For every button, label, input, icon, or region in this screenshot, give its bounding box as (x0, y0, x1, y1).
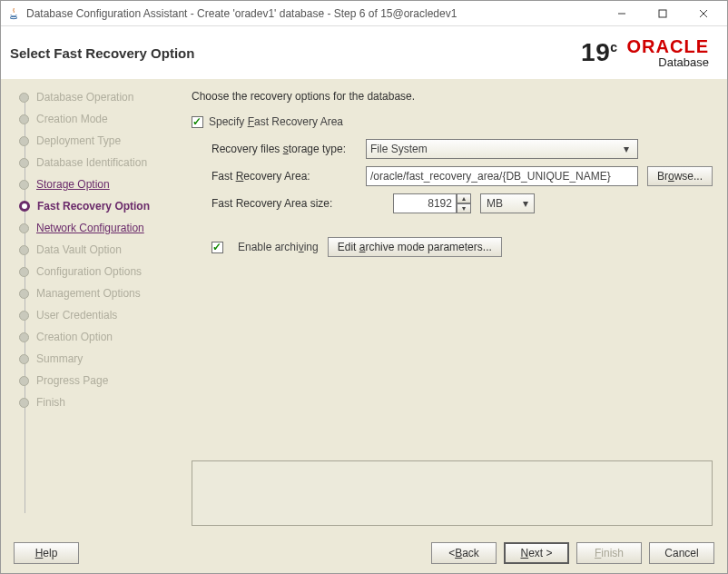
step-finish: Finish (10, 391, 177, 413)
step-label: Management Options (36, 287, 141, 300)
step-dot-icon (19, 201, 30, 212)
step-dot-icon (19, 267, 29, 277)
specify-fra-row: ✓ Specify Fast Recovery Area (192, 115, 713, 128)
step-label: Creation Mode (36, 113, 108, 125)
oracle-logo-text: ORACLE (627, 37, 709, 56)
step-storage-option[interactable]: Storage Option (10, 173, 177, 195)
step-label: Summary (36, 352, 83, 365)
svg-point-0 (10, 16, 17, 18)
storage-type-value: File System (370, 143, 428, 155)
step-label: Fast Recovery Option (37, 200, 150, 213)
enable-archiving-label: Enable archiving (238, 241, 319, 253)
minimize-button[interactable] (601, 2, 642, 25)
edit-archive-params-button[interactable]: Edit archive mode parameters... (328, 237, 502, 257)
step-fast-recovery-option[interactable]: Fast Recovery Option (10, 195, 177, 217)
step-dot-icon (19, 158, 29, 168)
step-database-identification: Database Identification (10, 152, 177, 173)
spinner-up-button[interactable]: ▴ (457, 193, 471, 203)
fra-path-label: Fast Recovery Area: (212, 170, 366, 183)
step-user-credentials: User Credentials (10, 304, 177, 326)
cancel-button[interactable]: Cancel (649, 542, 714, 564)
step-label: Database Operation (36, 91, 133, 104)
step-creation-option: Creation Option (10, 326, 177, 348)
check-icon: ✓ (192, 116, 202, 127)
back-button[interactable]: < Back (431, 542, 497, 564)
oracle-brand: 19c ORACLE Database (581, 37, 709, 69)
step-label: Storage Option (36, 178, 110, 191)
step-label: Network Configuration (36, 222, 144, 234)
window-controls (601, 2, 723, 25)
enable-archiving-checkbox[interactable]: ✓ (212, 242, 223, 253)
step-label: Finish (36, 396, 65, 409)
app-window: Database Configuration Assistant - Creat… (0, 0, 728, 574)
chevron-down-icon: ▾ (523, 197, 528, 210)
storage-type-label: Recovery files storage type: (212, 143, 366, 155)
finish-button: Finish (576, 542, 642, 564)
step-label: Deployment Type (36, 134, 121, 147)
titlebar: Database Configuration Assistant - Creat… (1, 1, 727, 26)
main-panel: Choose the recovery options for the data… (181, 79, 727, 533)
step-deployment-type: Deployment Type (10, 130, 177, 152)
step-dot-icon (19, 354, 29, 364)
step-progress-page: Progress Page (10, 370, 177, 391)
step-creation-mode: Creation Mode (10, 108, 177, 130)
oracle-sub-text: Database (658, 56, 709, 69)
fra-path-input[interactable]: /oracle/fast_recovery_area/{DB_UNIQUE_NA… (366, 166, 638, 186)
step-data-vault-option: Data Vault Option (10, 239, 177, 261)
fra-size-spinner[interactable]: 8192 ▴ ▾ (393, 193, 471, 213)
step-configuration-options: Configuration Options (10, 261, 177, 282)
step-dot-icon (19, 311, 29, 321)
browse-button[interactable]: Browse... (647, 166, 713, 186)
step-label: Configuration Options (36, 265, 142, 278)
step-sidebar: Database OperationCreation ModeDeploymen… (1, 79, 181, 533)
step-dot-icon (19, 398, 29, 408)
maximize-button[interactable] (642, 2, 683, 25)
step-dot-icon (19, 180, 29, 190)
fra-size-label: Fast Recovery Area size: (212, 197, 366, 210)
specify-fra-checkbox[interactable]: ✓ (192, 116, 203, 128)
spinner-down-button[interactable]: ▾ (457, 203, 471, 213)
fra-path-value: /oracle/fast_recovery_area/{DB_UNIQUE_NA… (370, 170, 611, 183)
storage-type-select[interactable]: File System ▾ (366, 139, 638, 159)
specify-fra-label: Specify Fast Recovery Area (209, 115, 343, 128)
step-dot-icon (19, 289, 29, 299)
svg-rect-2 (659, 10, 666, 17)
edit-archive-label: Edit archive mode parameters... (338, 241, 492, 253)
fra-size-unit-value: MB (487, 197, 503, 210)
step-dot-icon (19, 136, 29, 146)
wizard-header: Select Fast Recovery Option 19c ORACLE D… (1, 26, 727, 79)
instruction-text: Choose the recovery options for the data… (192, 90, 713, 103)
step-label: Database Identification (36, 156, 147, 169)
step-dot-icon (19, 332, 29, 342)
window-title: Database Configuration Assistant - Creat… (26, 7, 601, 20)
step-dot-icon (19, 245, 29, 255)
close-button[interactable] (683, 2, 723, 25)
version-label: 19c (581, 38, 617, 67)
step-label: User Credentials (36, 309, 117, 322)
step-dot-icon (19, 223, 29, 233)
step-label: Progress Page (36, 374, 108, 387)
step-label: Data Vault Option (36, 243, 122, 256)
help-button[interactable]: Help (14, 542, 79, 564)
chevron-down-icon: ▾ (619, 143, 634, 155)
page-title: Select Fast Recovery Option (10, 45, 581, 61)
content-area: Database OperationCreation ModeDeploymen… (1, 79, 727, 533)
check-icon: ✓ (212, 242, 221, 252)
fra-size-value: 8192 (428, 197, 452, 210)
message-area (192, 460, 713, 526)
wizard-footer: Help < Back Next > Finish Cancel (1, 533, 727, 573)
java-app-icon (6, 6, 21, 21)
step-dot-icon (19, 376, 29, 386)
step-network-configuration[interactable]: Network Configuration (10, 217, 177, 239)
step-dot-icon (19, 114, 29, 124)
step-management-options: Management Options (10, 282, 177, 304)
fra-size-unit-select[interactable]: MB ▾ (480, 193, 535, 213)
step-dot-icon (19, 93, 29, 103)
step-database-operation: Database Operation (10, 86, 177, 108)
next-button[interactable]: Next > (504, 542, 569, 564)
step-summary: Summary (10, 348, 177, 370)
browse-label: Browse... (657, 170, 703, 183)
step-label: Creation Option (36, 331, 113, 343)
